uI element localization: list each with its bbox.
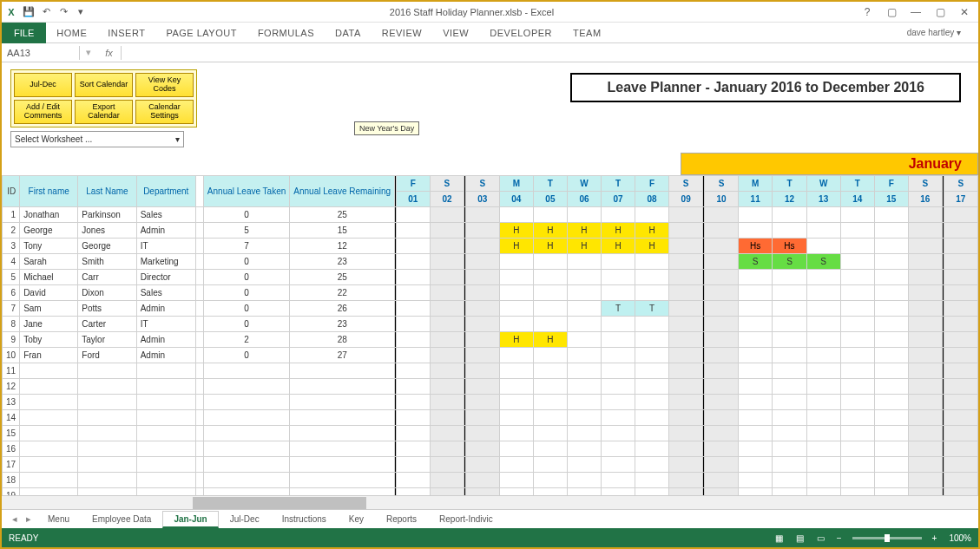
leave-cell[interactable] — [944, 238, 977, 253]
close-button[interactable]: ✕ — [954, 4, 975, 20]
col-id[interactable]: ID — [3, 175, 20, 206]
leave-cell[interactable] — [840, 253, 874, 269]
sheet-tab-jul-dec[interactable]: Jul-Dec — [219, 511, 271, 528]
leave-cell[interactable] — [396, 316, 430, 331]
leave-cell[interactable] — [669, 300, 703, 316]
leave-cell[interactable] — [669, 284, 703, 300]
leave-cell[interactable] — [944, 347, 977, 363]
date-header[interactable]: 15 — [874, 191, 908, 206]
table-row[interactable]: 6DavidDixonSales022 — [3, 284, 978, 300]
table-row[interactable]: 7SamPottsAdmin026TT — [3, 300, 978, 316]
ribbon-tab-team[interactable]: TEAM — [562, 24, 612, 42]
leave-cell[interactable] — [739, 206, 773, 222]
leave-cell[interactable] — [669, 238, 703, 253]
leave-cell[interactable] — [773, 316, 806, 331]
table-row[interactable]: 11 — [3, 363, 978, 378]
table-row[interactable]: 10FranFordAdmin027 — [3, 347, 978, 363]
leave-cell[interactable] — [396, 206, 430, 222]
leave-cell[interactable]: S — [806, 253, 840, 269]
leave-cell[interactable] — [874, 253, 908, 269]
leave-cell[interactable] — [499, 253, 533, 269]
date-header[interactable]: 03 — [465, 191, 499, 206]
scroll-thumb[interactable] — [193, 497, 366, 509]
leave-cell[interactable] — [567, 300, 601, 316]
leave-cell[interactable]: H — [635, 222, 669, 238]
leave-cell[interactable] — [908, 222, 942, 238]
leave-cell[interactable] — [704, 300, 738, 316]
ribbon-tab-view[interactable]: VIEW — [432, 24, 479, 42]
leave-cell[interactable] — [533, 316, 567, 331]
leave-cell[interactable] — [908, 253, 942, 269]
minimize-button[interactable]: — — [905, 4, 926, 20]
leave-cell[interactable] — [874, 347, 908, 363]
leave-cell[interactable] — [773, 222, 806, 238]
save-icon[interactable]: 💾 — [23, 6, 35, 18]
leave-cell[interactable] — [806, 222, 840, 238]
leave-cell[interactable]: H — [602, 222, 635, 238]
leave-cell[interactable] — [944, 222, 977, 238]
leave-cell[interactable] — [669, 331, 703, 347]
leave-cell[interactable] — [499, 206, 533, 222]
leave-cell[interactable] — [739, 347, 773, 363]
leave-cell[interactable] — [908, 206, 942, 222]
leave-cell[interactable] — [430, 269, 464, 284]
page-layout-button[interactable]: ▤ — [792, 531, 809, 545]
leave-cell[interactable] — [908, 316, 942, 331]
leave-cell[interactable] — [396, 253, 430, 269]
redo-icon[interactable]: ↷ — [57, 6, 69, 18]
leave-cell[interactable]: H — [499, 238, 533, 253]
sheet-nav-next[interactable]: ▸ — [23, 513, 35, 525]
leave-cell[interactable] — [739, 316, 773, 331]
zoom-in-button[interactable]: + — [929, 533, 941, 543]
day-header[interactable]: F — [874, 175, 908, 191]
table-row[interactable]: 2GeorgeJonesAdmin515HHHHH — [3, 222, 978, 238]
day-header[interactable]: S — [944, 175, 977, 191]
leave-cell[interactable] — [944, 253, 977, 269]
table-row[interactable]: 15 — [3, 425, 978, 441]
qa-more-icon[interactable]: ▾ — [75, 6, 87, 18]
sheet-tab-instructions[interactable]: Instructions — [271, 511, 338, 528]
leave-cell[interactable] — [430, 238, 464, 253]
name-box[interactable]: AA13 — [2, 46, 80, 60]
leave-cell[interactable] — [874, 222, 908, 238]
leave-cell[interactable] — [533, 269, 567, 284]
leave-cell[interactable] — [773, 331, 806, 347]
date-header[interactable]: 13 — [806, 191, 840, 206]
leave-cell[interactable] — [806, 269, 840, 284]
leave-cell[interactable] — [773, 269, 806, 284]
day-header[interactable]: T — [533, 175, 567, 191]
leave-cell[interactable] — [602, 253, 635, 269]
day-header[interactable]: F — [635, 175, 669, 191]
leave-cell[interactable] — [396, 238, 430, 253]
leave-cell[interactable] — [704, 331, 738, 347]
leave-cell[interactable] — [533, 253, 567, 269]
leave-cell[interactable] — [908, 284, 942, 300]
leave-cell[interactable] — [499, 284, 533, 300]
leave-cell[interactable] — [465, 206, 499, 222]
undo-icon[interactable]: ↶ — [40, 6, 52, 18]
leave-cell[interactable] — [465, 316, 499, 331]
leave-cell[interactable]: T — [635, 300, 669, 316]
sheet-tab-reports[interactable]: Reports — [375, 511, 428, 528]
leave-cell[interactable] — [944, 331, 977, 347]
leave-cell[interactable] — [806, 284, 840, 300]
leave-cell[interactable] — [567, 253, 601, 269]
table-row[interactable]: 13 — [3, 394, 978, 409]
leave-cell[interactable] — [465, 253, 499, 269]
ribbon-tab-data[interactable]: DATA — [325, 24, 372, 42]
ribbon-tab-review[interactable]: REVIEW — [372, 24, 432, 42]
ribbon-tab-home[interactable]: HOME — [46, 24, 97, 42]
table-row[interactable]: 1JonathanParkinsonSales025 — [3, 206, 978, 222]
leave-cell[interactable] — [635, 253, 669, 269]
sheet-tab-key[interactable]: Key — [338, 511, 375, 528]
leave-cell[interactable] — [874, 316, 908, 331]
leave-cell[interactable] — [567, 269, 601, 284]
leave-cell[interactable] — [567, 316, 601, 331]
zoom-slider[interactable] — [852, 537, 922, 539]
col-leave-taken[interactable]: Annual Leave Taken — [203, 175, 289, 206]
leave-cell[interactable] — [396, 347, 430, 363]
leave-cell[interactable] — [567, 347, 601, 363]
leave-cell[interactable] — [635, 284, 669, 300]
leave-cell[interactable] — [874, 300, 908, 316]
day-header[interactable]: M — [739, 175, 773, 191]
